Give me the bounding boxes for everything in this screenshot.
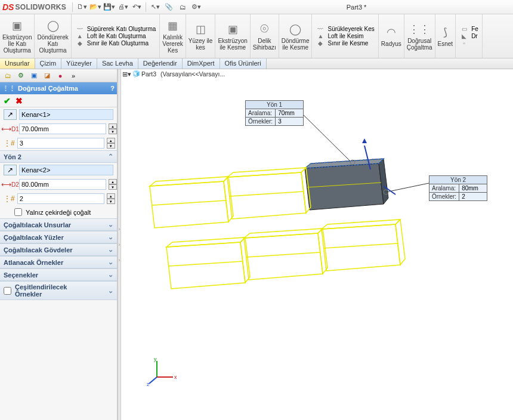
callout1-instances-field[interactable] bbox=[278, 118, 301, 125]
d2-count-icon: ⋮# bbox=[4, 193, 15, 204]
linear-pattern-icon-small: ⋮⋮ bbox=[2, 85, 16, 92]
direction1-edge-field[interactable] bbox=[19, 109, 113, 120]
tab-surfaces[interactable]: Yüzeyler bbox=[61, 58, 97, 69]
config-manager-tab[interactable]: ▣ bbox=[29, 70, 39, 81]
panel-help-button[interactable]: ? bbox=[110, 85, 115, 92]
more-icon: ▫ bbox=[459, 40, 469, 47]
svg-line-0 bbox=[299, 110, 351, 162]
extrude-cut-icon: ▣ bbox=[225, 22, 240, 36]
linear-pattern-button[interactable]: ⋮⋮ Doğrusal Çoğaltma bbox=[404, 14, 435, 58]
d2-count-down[interactable]: ▼ bbox=[107, 199, 115, 204]
d1-spacing-up[interactable]: ▲ bbox=[109, 123, 117, 129]
feature-manager-tab[interactable]: 🗂 bbox=[2, 70, 13, 81]
graphics-viewport[interactable]: ⊞▾ 🧊 Part3 (Varsayılan<<Varsayı... bbox=[121, 69, 513, 420]
bodies-to-pattern-section[interactable]: Çoğaltılacak Gövdeler⌄ bbox=[0, 243, 117, 256]
faces-to-pattern-section[interactable]: Çoğaltılacak Yüzler⌄ bbox=[0, 231, 117, 243]
loft-cut-button[interactable]: ▲Loft ile Kesim bbox=[316, 33, 374, 39]
extrude-cut-button[interactable]: ▣ Ekstrüzyon ile Kesme bbox=[215, 14, 250, 58]
flex-button[interactable]: ⟆ Esnet bbox=[435, 14, 456, 58]
chevron-down-icon: ⌄ bbox=[108, 221, 113, 228]
more-button[interactable]: ▫ bbox=[459, 40, 478, 47]
d2-count-field[interactable] bbox=[17, 193, 104, 204]
tab-evaluate[interactable]: Değerlendir bbox=[138, 58, 183, 69]
svg-marker-20 bbox=[166, 237, 245, 247]
fillet-button[interactable]: ◠ Radyus bbox=[379, 14, 404, 58]
vary-sketch-section[interactable]: Çeşitlendirilecek Örnekler⌄ bbox=[0, 281, 117, 300]
hole-wizard-icon: ⦾ bbox=[257, 22, 271, 36]
d2-count-up[interactable]: ▲ bbox=[107, 193, 115, 199]
print-button[interactable]: 🖨▾ bbox=[117, 1, 129, 13]
save-button[interactable]: 💾▾ bbox=[103, 1, 115, 13]
revolve-cut-button[interactable]: ◯ Döndürme ile Kesme bbox=[279, 14, 313, 58]
revolve-cut-icon: ◯ bbox=[288, 22, 302, 36]
solidworks-ds-icon: DS bbox=[2, 2, 14, 12]
boundary-cut-button[interactable]: ◆Sınır ile Kesme bbox=[316, 40, 374, 47]
hole-wizard-button[interactable]: ⦾ Delik Sihirbazı bbox=[251, 14, 279, 58]
loft-boss-button[interactable]: ▲Loft ile Katı Oluşturma bbox=[75, 33, 156, 39]
features-to-pattern-section[interactable]: Çoğaltılacak Unsurlar⌄ bbox=[0, 218, 117, 231]
svg-marker-29 bbox=[395, 220, 405, 265]
callout2-spacing-field[interactable] bbox=[462, 185, 484, 192]
fe-button[interactable]: ▭Fe bbox=[459, 26, 478, 32]
revolve-boss-button[interactable]: ◯ Döndürerek Katı Oluşturma bbox=[35, 14, 71, 58]
direction1-reverse-icon[interactable]: ↗ bbox=[4, 109, 17, 120]
d1-count-up[interactable]: ▲ bbox=[107, 138, 115, 143]
tab-sheetmetal[interactable]: Sac Levha bbox=[97, 58, 138, 69]
dimxpert-manager-tab[interactable]: ◪ bbox=[42, 70, 52, 81]
d1-count-field[interactable] bbox=[17, 138, 104, 149]
open-file-button[interactable]: 📂▾ bbox=[89, 1, 101, 13]
callout1-title: Yön 1 bbox=[246, 101, 304, 109]
property-manager-tab[interactable]: ⚙ bbox=[16, 70, 26, 81]
surface-cut-button[interactable]: ◫ Yüzey ile kes bbox=[186, 14, 216, 58]
rebuild-button[interactable]: 📎 bbox=[163, 1, 175, 13]
d1-spacing-field[interactable] bbox=[19, 123, 106, 134]
tab-dimxpert[interactable]: DimXpert bbox=[183, 58, 220, 69]
vary-instances-checkbox[interactable] bbox=[4, 287, 11, 295]
new-file-button[interactable]: 🗋▾ bbox=[76, 1, 88, 13]
callout1-spacing-field[interactable] bbox=[278, 110, 301, 116]
d2-spacing-field[interactable] bbox=[19, 179, 106, 190]
tab-office[interactable]: Ofis Ürünleri bbox=[220, 58, 267, 69]
svg-line-1 bbox=[386, 183, 429, 192]
fillet-icon: ◠ bbox=[384, 25, 398, 39]
chevron-down-icon: ⌄ bbox=[108, 271, 113, 279]
callout2-instances-field[interactable] bbox=[462, 193, 484, 200]
chevron-down-icon: ⌄ bbox=[108, 258, 113, 266]
direction2-section[interactable]: Yön 2⌃ bbox=[0, 150, 117, 163]
orientation-triad[interactable]: y x z bbox=[148, 356, 178, 387]
draft-button[interactable]: ◣Dr bbox=[459, 33, 478, 39]
settings-button[interactable]: ⚙▾ bbox=[190, 1, 202, 13]
only-seed-checkbox[interactable] bbox=[14, 208, 22, 216]
direction2-reverse-icon[interactable]: ↗ bbox=[4, 165, 17, 175]
d1-spacing-icon: ⟷D1 bbox=[4, 123, 17, 134]
display-manager-tab[interactable]: ● bbox=[55, 70, 66, 81]
sweep-icon: 〰 bbox=[75, 26, 85, 32]
options-button[interactable]: 🗂 bbox=[177, 1, 188, 13]
callout1-instances-label: Örnekler: bbox=[246, 118, 276, 126]
d2-spacing-up[interactable]: ▲ bbox=[109, 179, 117, 184]
thickness-cut-button[interactable]: ▦ Kalınlık Vererek Kes bbox=[160, 14, 186, 58]
svg-marker-24 bbox=[244, 228, 323, 238]
d2-spacing-icon: ⟷D2 bbox=[4, 179, 17, 190]
d1-count-down[interactable]: ▼ bbox=[107, 143, 115, 149]
d1-spacing-down[interactable]: ▼ bbox=[109, 129, 117, 134]
cancel-button[interactable]: ✖ bbox=[16, 96, 23, 106]
sweep-boss-button[interactable]: 〰Süpürerek Katı Oluşturma bbox=[75, 26, 156, 32]
d2-spacing-down[interactable]: ▼ bbox=[109, 184, 117, 190]
ok-button[interactable]: ✔ bbox=[4, 96, 11, 106]
sweep-cut-button[interactable]: 〰Sürükleyerek Kes bbox=[316, 26, 374, 32]
skip-instances-section[interactable]: Atlanacak Örnekler⌄ bbox=[0, 256, 117, 268]
svg-marker-7 bbox=[362, 138, 367, 143]
extrude-boss-button[interactable]: ▣ Ekstrüzyon İle Katı Oluşturma bbox=[0, 14, 35, 58]
more-managers-button[interactable]: » bbox=[68, 70, 79, 81]
direction2-callout[interactable]: Yön 2 Aralama: Örnekler: bbox=[429, 175, 487, 201]
panel-title: Doğrusal Çoğaltma bbox=[18, 85, 78, 92]
direction2-edge-field[interactable] bbox=[19, 165, 113, 175]
undo-button[interactable]: ↶▾ bbox=[131, 1, 143, 13]
boundary-boss-button[interactable]: ◆Sınır ile Katı Oluşturma bbox=[75, 40, 156, 47]
options-section[interactable]: Seçenekler⌄ bbox=[0, 268, 117, 281]
tab-features[interactable]: Unsurlar bbox=[0, 58, 35, 69]
tab-sketch[interactable]: Çizim bbox=[35, 58, 62, 69]
direction1-callout[interactable]: Yön 1 Aralama: Örnekler: bbox=[245, 100, 304, 126]
select-button[interactable]: ↖▾ bbox=[149, 1, 161, 13]
